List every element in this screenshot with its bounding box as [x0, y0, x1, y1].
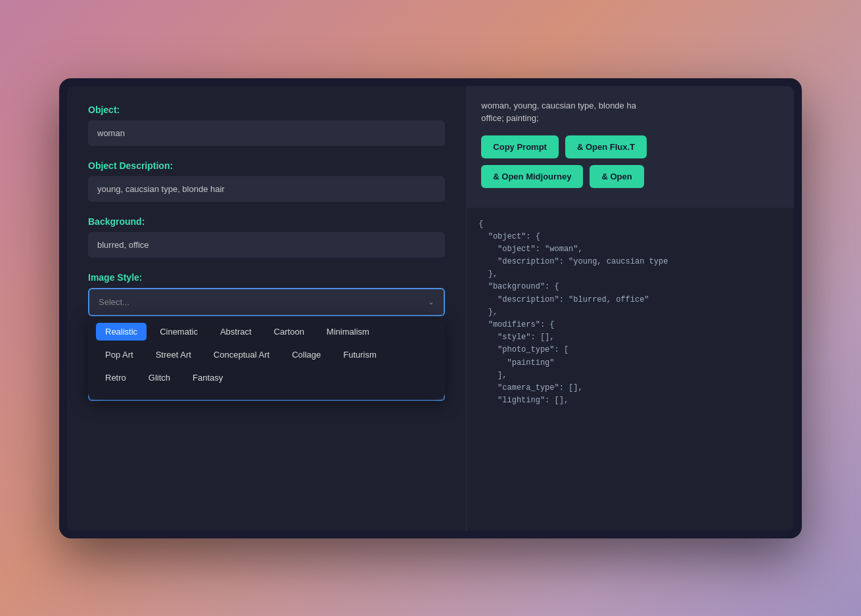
style-chip-cinematic[interactable]: Cinematic	[151, 323, 207, 341]
button-row-2: & Open Midjourney & Open	[481, 165, 780, 188]
style-row-3: Retro Glitch Fantasy	[96, 369, 437, 387]
monitor: Object: Object Description: Background: …	[59, 78, 802, 538]
background-field-group: Background:	[88, 216, 445, 258]
style-row-1: Realistic Cinematic Abstract Cartoon Min…	[96, 323, 437, 341]
open-flux-button[interactable]: & Open Flux.T	[565, 135, 647, 158]
object-description-label: Object Description:	[88, 160, 445, 171]
dropdown-arrow-icon: ⌄	[428, 297, 434, 306]
style-chip-popart[interactable]: Pop Art	[96, 346, 143, 364]
object-description-field-group: Object Description:	[88, 160, 445, 202]
style-chip-glitch[interactable]: Glitch	[139, 369, 179, 387]
object-field-group: Object:	[88, 105, 445, 146]
open-button[interactable]: & Open	[590, 165, 643, 188]
right-bottom-json: { "object": { "object": "woman", "descri…	[467, 208, 794, 531]
style-chip-minimalism[interactable]: Minimalism	[317, 323, 379, 341]
image-style-label: Image Style:	[88, 272, 445, 283]
object-description-input[interactable]	[88, 176, 445, 202]
style-chip-futurism[interactable]: Futurism	[334, 346, 386, 364]
image-style-dropdown[interactable]: Select... ⌄	[88, 288, 445, 316]
prompt-text: woman, young, caucsian type, blonde haof…	[481, 99, 780, 125]
monitor-screen: Object: Object Description: Background: …	[67, 86, 794, 531]
style-chip-cartoon[interactable]: Cartoon	[265, 323, 314, 341]
style-chip-realistic[interactable]: Realistic	[96, 323, 147, 341]
right-top: woman, young, caucsian type, blonde haof…	[467, 86, 794, 208]
background-label: Background:	[88, 216, 445, 227]
object-label: Object:	[88, 105, 445, 115]
image-style-dropdown-container: Select... ⌄ Realistic Cinematic Abstract…	[88, 288, 445, 316]
right-panel: woman, young, caucsian type, blonde haof…	[467, 86, 794, 531]
image-style-menu: Realistic Cinematic Abstract Cartoon Min…	[88, 316, 445, 398]
style-chip-streetart[interactable]: Street Art	[147, 346, 200, 364]
image-style-placeholder: Select...	[99, 297, 129, 307]
open-midjourney-button[interactable]: & Open Midjourney	[481, 165, 583, 188]
json-output: { "object": { "object": "woman", "descri…	[478, 218, 782, 408]
left-panel: Object: Object Description: Background: …	[67, 86, 467, 531]
style-chip-collage[interactable]: Collage	[283, 346, 330, 364]
style-chip-conceptualart[interactable]: Conceptual Art	[204, 346, 279, 364]
copy-prompt-button[interactable]: Copy Prompt	[481, 135, 559, 158]
background-input[interactable]	[88, 232, 445, 258]
style-chip-abstract[interactable]: Abstract	[211, 323, 261, 341]
button-row-1: Copy Prompt & Open Flux.T	[481, 135, 780, 158]
style-chip-fantasy[interactable]: Fantasy	[183, 369, 232, 387]
image-style-field-group: Image Style: Select... ⌄ Realistic Cinem…	[88, 272, 445, 316]
style-chip-retro[interactable]: Retro	[96, 369, 135, 387]
object-input[interactable]	[88, 120, 445, 146]
style-row-2: Pop Art Street Art Conceptual Art Collag…	[96, 346, 437, 364]
